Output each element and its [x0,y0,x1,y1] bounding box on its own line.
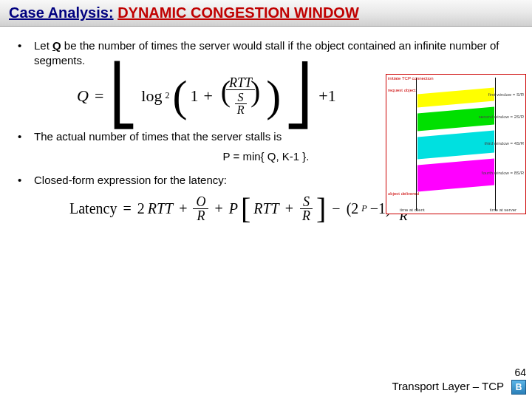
bullet-dot: • [18,38,25,69]
q-sr-frac: S R [234,92,248,116]
q-plus1: +1 [318,86,335,106]
q-s: S [235,92,247,104]
q-eq: = [95,86,103,106]
lat-pexp: P [361,203,366,214]
lat-2: 2 [137,200,145,217]
bullet-dot: • [18,173,25,188]
lat-s1: S [300,195,313,209]
q-r: R [234,104,248,116]
q-outer-frac: RTT ( S R ) [218,76,263,116]
lbl-w4: fourth window = 8S/R [482,171,524,175]
window-2-band [417,106,494,131]
lat-m1: − [332,200,340,217]
lat-p3: + [285,200,293,217]
lbl-w2: second window = 2S/R [479,115,524,119]
client-timeline [416,78,417,211]
lat-r2: R [299,209,313,222]
window-4-band [417,158,494,191]
lat-eq: = [123,200,131,217]
lat-p2: + [214,200,222,217]
lat-p1: + [179,200,187,217]
variable-q: Q [52,39,61,52]
bullet-dot: • [18,129,25,144]
timing-diagram: initiate TCP connection request object f… [386,74,526,214]
lbl-client: time at client [400,208,425,212]
q-lhs: Q [77,86,89,106]
lbl-done: object delivered [388,191,419,196]
title-emphasis: DYNAMIC CONGESTION WINDOW [117,4,359,21]
bullet-1-text: Let Q be the number of times the server … [34,38,514,69]
lat-rtt1: RTT [148,200,173,217]
page-number: 64 [392,366,526,378]
b1-post: be the number of times the server would … [34,39,499,66]
nav-icon[interactable]: B [511,380,526,395]
paren-r2-icon: ) [250,75,260,108]
lat-lp: (2 [347,200,359,217]
lat-or-frac: O R [193,195,208,222]
lat-rtt2: RTT [253,200,279,217]
lbl-w1: first window = S/R [488,92,524,97]
lbl-w3: third window = 4S/R [484,141,524,146]
bullet-1: • Let Q be the number of times the serve… [18,38,514,69]
q-plus: + [203,86,212,106]
lbl-init: initiate TCP connection [388,76,433,81]
lat-label: Latency [69,200,117,217]
lat-pvar: P [229,200,238,217]
q-one: 1 [190,86,198,106]
q-logbase: 2 [165,90,169,101]
window-1-band [417,87,494,107]
lat-sr-frac: S R [299,195,313,222]
slide-footer: 64 Transport Layer – TCP B [392,366,526,395]
window-3-band [417,130,494,159]
paren-l2-icon: ( [221,75,231,108]
slide-title-bar: Case Analysis: DYNAMIC CONGESTION WINDOW [0,0,532,27]
lat-o: O [193,195,208,209]
q-log: log [141,86,162,106]
b1-pre: Let [34,39,52,52]
footer-text: Transport Layer – TCP [392,380,504,392]
title-prefix: Case Analysis: [9,4,114,21]
q-inner-frac: ( S R ) [218,90,263,116]
lbl-server: time at server [490,208,516,212]
lbl-req: request object [388,88,416,92]
lat-r1: R [194,209,208,222]
